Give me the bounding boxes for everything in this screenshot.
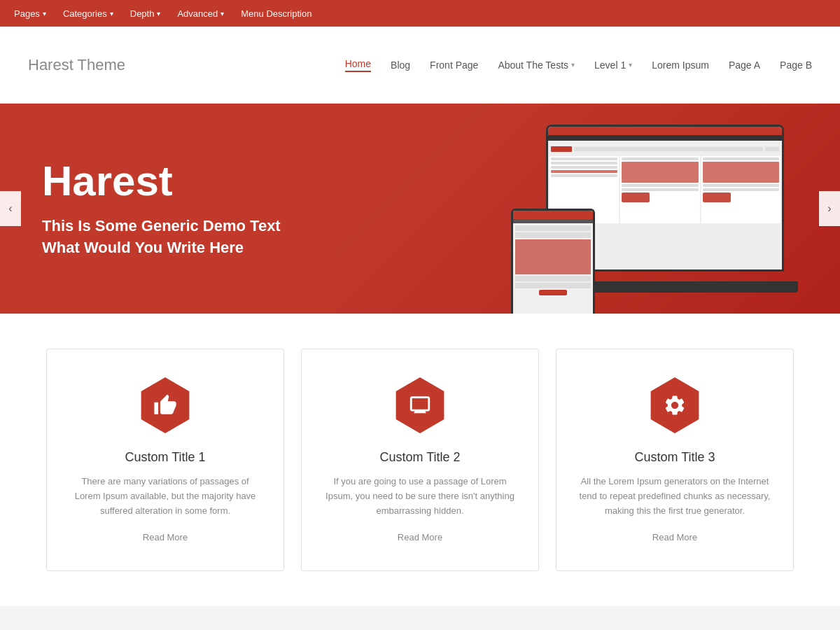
admin-bar-categories[interactable]: Categories ▾: [63, 8, 113, 19]
admin-bar-depth[interactable]: Depth ▾: [130, 8, 161, 19]
card-1-icon-wrapper: [137, 377, 193, 433]
admin-bar-pages[interactable]: Pages ▾: [14, 8, 46, 19]
nav-item-frontpage[interactable]: Front Page: [430, 59, 478, 71]
card-2-read-more[interactable]: Read More: [398, 532, 442, 542]
card-2-icon-wrapper: [392, 377, 448, 433]
card-1-text: There are many variations of passages of…: [68, 475, 262, 518]
slider-prev-button[interactable]: ‹: [0, 191, 21, 226]
card-2: Custom Title 2 If you are going to use a…: [301, 349, 539, 571]
admin-bar: Pages ▾ Categories ▾ Depth ▾ Advanced ▾ …: [0, 0, 840, 27]
nav-item-home[interactable]: Home: [345, 58, 371, 72]
card-3-text: All the Lorem Ipsum generators on the In…: [578, 475, 772, 518]
gear-icon: [663, 393, 687, 417]
card-1-read-more[interactable]: Read More: [143, 532, 188, 542]
nav-item-blog[interactable]: Blog: [391, 59, 410, 71]
card-1-hexagon: [137, 377, 193, 433]
card-1: Custom Title 1 There are many variations…: [46, 349, 284, 571]
card-2-title: Custom Title 2: [379, 450, 460, 465]
main-nav: Home Blog Front Page About The Tests ▾ L…: [345, 58, 812, 72]
slider-next-button[interactable]: ›: [819, 191, 840, 226]
admin-bar-menu-description[interactable]: Menu Description: [241, 8, 312, 19]
cards-section: Custom Title 1 There are many variations…: [0, 314, 840, 606]
hero-devices: [504, 118, 798, 300]
site-header: Harest Theme Home Blog Front Page About …: [0, 27, 840, 104]
hero-slider: ‹ Harest This Is Some Generic Demo Text …: [0, 104, 840, 314]
chevron-down-icon: ▾: [571, 61, 575, 69]
nav-item-about-tests[interactable]: About The Tests ▾: [498, 59, 575, 71]
nav-item-level1[interactable]: Level 1 ▾: [594, 59, 632, 71]
admin-bar-advanced[interactable]: Advanced ▾: [177, 8, 224, 19]
card-3-read-more[interactable]: Read More: [652, 532, 697, 542]
nav-item-page-a[interactable]: Page A: [729, 59, 760, 71]
thumb-up-icon: [153, 393, 177, 417]
card-3-title: Custom Title 3: [634, 450, 715, 465]
chevron-down-icon: ▾: [157, 10, 160, 18]
monitor-icon: [408, 393, 432, 417]
site-title: Harest Theme: [28, 56, 345, 74]
chevron-down-icon: ▾: [629, 61, 632, 69]
chevron-down-icon: ▾: [43, 10, 46, 18]
chevron-down-icon: ▾: [110, 10, 113, 18]
card-2-text: If you are going to use a passage of Lor…: [323, 475, 517, 518]
nav-item-lorem-ipsum[interactable]: Lorem Ipsum: [652, 59, 709, 71]
card-2-hexagon: [392, 377, 448, 433]
card-1-title: Custom Title 1: [125, 450, 205, 465]
card-3-hexagon: [647, 377, 703, 433]
chevron-down-icon: ▾: [220, 10, 224, 18]
tablet-mockup: [511, 209, 595, 314]
nav-item-page-b[interactable]: Page B: [780, 59, 812, 71]
card-3: Custom Title 3 All the Lorem Ipsum gener…: [556, 349, 794, 571]
card-3-icon-wrapper: [647, 377, 703, 433]
